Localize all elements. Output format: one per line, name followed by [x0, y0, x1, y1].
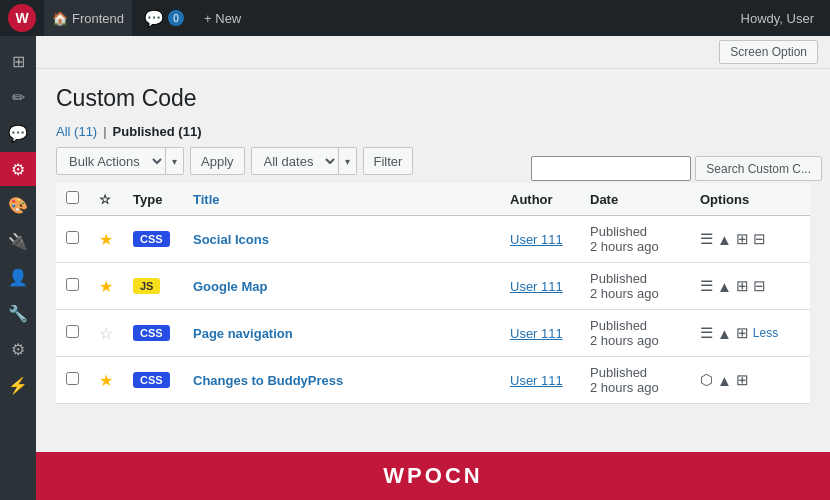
sidebar-icon-plugins[interactable]: 🔌 [0, 224, 36, 258]
star-icon[interactable]: ★ [99, 278, 113, 295]
bulk-actions-select[interactable]: Bulk Actions [56, 147, 166, 175]
star-icon[interactable]: ★ [99, 231, 113, 248]
options-icons: ☰▲⊞⊟ [700, 277, 800, 295]
move-up-icon[interactable]: ▲ [717, 325, 732, 342]
less-link[interactable]: Less [753, 326, 778, 340]
author-link[interactable]: User 111 [510, 232, 563, 247]
bulk-actions-arrow[interactable]: ▾ [166, 147, 184, 175]
sidebar-icon-appearance[interactable]: 🎨 [0, 188, 36, 222]
grid-icon-1[interactable]: ⊞ [736, 230, 749, 248]
lines-icon[interactable]: ☰ [700, 277, 713, 295]
frontend-link[interactable]: 🏠 Frontend [44, 0, 132, 36]
lines-icon[interactable]: ☰ [700, 230, 713, 248]
search-area: Search Custom C... [531, 156, 830, 181]
comments-link[interactable]: 💬 0 [136, 0, 192, 36]
page-title: Custom Code [56, 85, 810, 112]
search-input[interactable] [531, 156, 691, 181]
sidebar-icon-settings[interactable]: ⚙ [0, 332, 36, 366]
grid-icon-1[interactable]: ⊞ [736, 277, 749, 295]
admin-bar: W 🏠 Frontend 💬 0 + New Howdy, User [0, 0, 830, 36]
row-type-cell: CSS [123, 357, 183, 404]
comment-icon: 💬 [144, 9, 164, 28]
row-title-cell: Page navigation [183, 310, 500, 357]
type-badge: CSS [133, 325, 170, 341]
row-date-cell: Published2 hours ago [580, 263, 690, 310]
star-icon[interactable]: ★ [99, 372, 113, 389]
row-checkbox-cell [56, 216, 89, 263]
move-up-icon[interactable]: ▲ [717, 278, 732, 295]
lines-icon[interactable]: ☰ [700, 324, 713, 342]
page-content: Search Custom C... Custom Code All (11) … [36, 69, 830, 420]
row-star-cell: ★ [89, 263, 123, 310]
filter-button[interactable]: Filter [363, 147, 414, 175]
row-checkbox-cell [56, 357, 89, 404]
row-title-cell: Google Map [183, 263, 500, 310]
grid-icon-2[interactable]: ⊟ [753, 277, 766, 295]
star-icon[interactable]: ☆ [99, 325, 113, 342]
th-options: Options [690, 183, 810, 216]
wp-logo[interactable]: W [8, 4, 36, 32]
row-checkbox[interactable] [66, 325, 79, 338]
post-title-link[interactable]: Changes to BuddyPress [193, 373, 343, 388]
author-link[interactable]: User 111 [510, 326, 563, 341]
options-icons: ☰▲⊞Less [700, 324, 800, 342]
sidebar-icon-posts[interactable]: ✏ [0, 80, 36, 114]
row-author-cell: User 111 [500, 310, 580, 357]
row-date-cell: Published2 hours ago [580, 357, 690, 404]
code-icon[interactable]: ⬡ [700, 371, 713, 389]
th-title[interactable]: Title [183, 183, 500, 216]
post-time-ago: 2 hours ago [590, 239, 659, 254]
table-row: ★CSSChanges to BuddyPressUser 111Publish… [56, 357, 810, 404]
grid-icon-1[interactable]: ⊞ [736, 371, 749, 389]
main-area: ⊞ ✏ 💬 ⚙ 🎨 🔌 👤 🔧 ⚙ ⚡ Screen Option Search… [0, 36, 830, 500]
move-up-icon[interactable]: ▲ [717, 372, 732, 389]
row-author-cell: User 111 [500, 357, 580, 404]
sidebar-icon-custom-code[interactable]: ⚙ [0, 152, 36, 186]
home-label: Frontend [72, 11, 124, 26]
brand-text: WPOCN [383, 463, 482, 489]
sidebar-icon-custom2[interactable]: ⚡ [0, 368, 36, 402]
row-type-cell: JS [123, 263, 183, 310]
sidebar-icon-dashboard[interactable]: ⊞ [0, 44, 36, 78]
row-type-cell: CSS [123, 310, 183, 357]
table-row: ☆CSSPage navigationUser 111Published2 ho… [56, 310, 810, 357]
row-author-cell: User 111 [500, 216, 580, 263]
post-status: Published [590, 318, 647, 333]
filter-all[interactable]: All (11) [56, 124, 97, 139]
new-link[interactable]: + New [196, 0, 249, 36]
search-custom-button[interactable]: Search Custom C... [695, 156, 822, 181]
move-up-icon[interactable]: ▲ [717, 231, 732, 248]
post-title-link[interactable]: Social Icons [193, 232, 269, 247]
row-author-cell: User 111 [500, 263, 580, 310]
content-area: Screen Option Search Custom C... Custom … [36, 36, 830, 500]
row-checkbox[interactable] [66, 372, 79, 385]
row-checkbox[interactable] [66, 278, 79, 291]
th-author: Author [500, 183, 580, 216]
screen-options-button[interactable]: Screen Option [719, 40, 818, 64]
date-filter-wrap: All dates ▾ [251, 147, 357, 175]
th-date[interactable]: Date [580, 183, 690, 216]
row-checkbox[interactable] [66, 231, 79, 244]
row-type-cell: CSS [123, 216, 183, 263]
date-select[interactable]: All dates [251, 147, 339, 175]
options-icons: ⬡▲⊞ [700, 371, 800, 389]
sidebar-icon-comments[interactable]: 💬 [0, 116, 36, 150]
row-options-cell: ⬡▲⊞ [690, 357, 810, 404]
date-arrow[interactable]: ▾ [339, 147, 357, 175]
filter-published[interactable]: Published (11) [113, 124, 202, 139]
author-link[interactable]: User 111 [510, 279, 563, 294]
posts-table: ☆ Type Title Author Date Options ★CSSSoc… [56, 183, 810, 404]
sidebar-icon-users[interactable]: 👤 [0, 260, 36, 294]
sidebar-icon-tools[interactable]: 🔧 [0, 296, 36, 330]
select-all-checkbox[interactable] [66, 191, 79, 204]
filter-bar: All (11) | Published (11) [56, 124, 810, 139]
grid-icon-2[interactable]: ⊟ [753, 230, 766, 248]
footer-brand: WPOCN [36, 452, 830, 500]
apply-button[interactable]: Apply [190, 147, 245, 175]
post-title-link[interactable]: Google Map [193, 279, 267, 294]
new-label: + New [204, 11, 241, 26]
grid-icon-1[interactable]: ⊞ [736, 324, 749, 342]
author-link[interactable]: User 111 [510, 373, 563, 388]
type-badge: CSS [133, 231, 170, 247]
post-title-link[interactable]: Page navigation [193, 326, 293, 341]
